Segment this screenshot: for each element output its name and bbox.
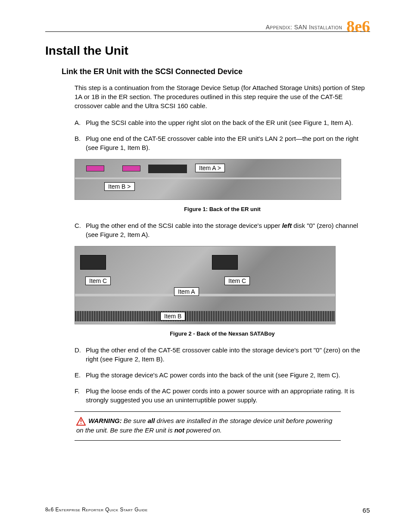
fig1-label-item-b: Item B > (104, 182, 135, 191)
figure-2-caption: Figure 2 - Back of the Nexsan SATABoy (75, 330, 370, 337)
warning-emph1: all (148, 417, 155, 424)
figure-1-caption: Figure 1: Back of the ER unit (75, 206, 370, 212)
intro-paragraph: This step is a continuation from the Sto… (75, 83, 370, 110)
step-b: Plug one end of the CAT-5E crossover cab… (75, 134, 370, 152)
step-c-pre: Plug the other end of the SCSI cable int… (86, 222, 282, 229)
warning-icon (76, 417, 86, 426)
fig1-label-item-a: Item A > (195, 164, 225, 172)
warning-emph2: not (174, 426, 184, 434)
step-d: Plug the other end of the CAT-5E crossov… (75, 345, 370, 364)
page-title: Install the Unit (45, 44, 370, 58)
brand-logo: 8e6 (346, 20, 370, 33)
fig2-label-item-a: Item A (174, 287, 199, 296)
page-header: Appendix: SAN Installation 8e6 (45, 17, 370, 32)
footer-left-text: 8e6 Enterprise Reporter Quick Start Guid… (45, 507, 148, 514)
header-section-text: Appendix: SAN Installation (266, 24, 342, 31)
step-c-emph: left (282, 222, 292, 229)
fig2-label-item-c-left: Item C (85, 277, 111, 285)
warning-callout: WARNING: Be sure all drives are installe… (75, 411, 341, 441)
fig2-label-item-b: Item B (160, 312, 185, 320)
warning-t1: Be sure (122, 417, 148, 424)
step-e: Plug the storage device's AC power cords… (75, 370, 370, 380)
step-f: Plug the loose ends of the AC power cord… (75, 386, 370, 404)
svg-rect-2 (81, 423, 81, 424)
figure-1-image: Item A > Item B > (75, 159, 341, 200)
step-a: Plug the SCSI cable into the upper right… (75, 118, 370, 127)
warning-lead: WARNING: (88, 417, 122, 424)
step-c: Plug the other end of the SCSI cable int… (75, 221, 370, 239)
svg-rect-1 (81, 420, 81, 422)
section-heading: Link the ER Unit with the SCSI Connected… (62, 67, 370, 76)
warning-t3: powered on. (184, 426, 222, 434)
figure-2-image: Item C Item C Item A Item B (75, 246, 336, 324)
footer-page-number: 65 (363, 507, 371, 514)
page-footer: 8e6 Enterprise Reporter Quick Start Guid… (45, 507, 370, 514)
fig2-label-item-c-right: Item C (224, 277, 250, 285)
